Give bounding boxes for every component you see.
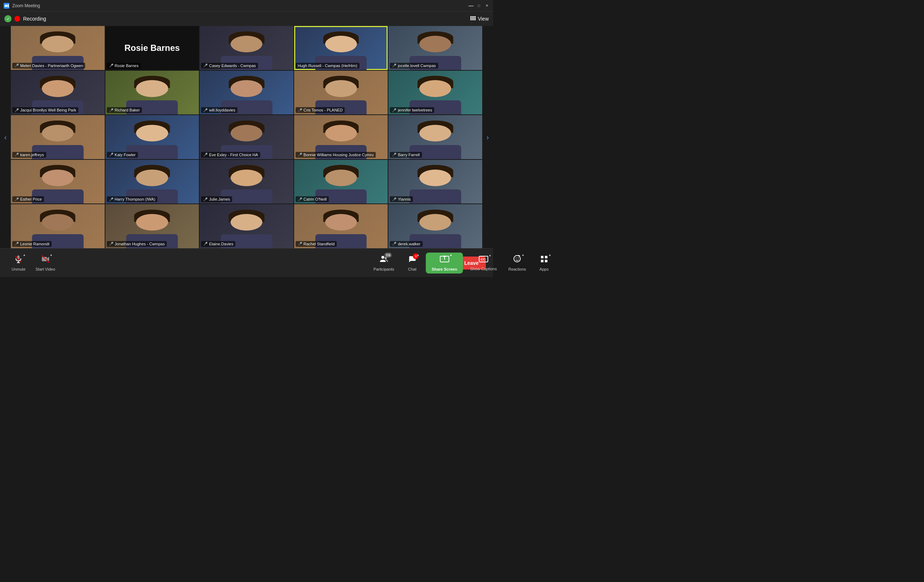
title-bar-left: Zoom Meeting — [3, 3, 40, 9]
participants-caret-icon[interactable]: ▲ — [388, 253, 391, 257]
chat-icon: 9 ▲ — [408, 255, 416, 265]
toolbar-left: ▲ Unmute ▲ Start Video — [7, 252, 59, 274]
video-cell-21: 🎤Leonie Ramondt — [11, 204, 105, 248]
participant-name-20: Yiannis — [398, 197, 411, 201]
face-shape — [325, 80, 356, 97]
participant-name-14: Bonnie Williams Housing Justice Cymru — [304, 153, 374, 157]
face-shape — [136, 214, 168, 231]
video-cell-6: 🎤Jacqui Bronllys Well Being Park — [11, 71, 105, 115]
participant-label-3: 🎤Casey Edwards - Cwmpas — [201, 63, 258, 69]
svg-rect-3 — [470, 16, 471, 17]
minimize-btn[interactable]: — — [469, 3, 474, 8]
video-cell-20: 🎤Yiannis — [388, 160, 482, 204]
face-shape — [231, 80, 262, 97]
recording-label: Recording — [23, 16, 46, 21]
share-screen-caret-icon[interactable]: ▲ — [449, 253, 452, 257]
participant-label-11: 🎤karen.jeffreys — [12, 152, 46, 158]
participant-name-8: will.lloyddavies — [209, 108, 235, 112]
recording-indicator: Recording — [4, 15, 46, 22]
face-shape — [419, 214, 451, 231]
mute-icon-3: 🎤 — [203, 64, 208, 68]
face-shape — [42, 170, 74, 186]
face-shape — [231, 36, 262, 52]
participant-name-25: derek.walker — [398, 242, 420, 246]
svg-rect-13 — [473, 19, 474, 20]
video-caret-icon[interactable]: ▲ — [50, 253, 53, 257]
participant-label-14: 🎤Bonnie Williams Housing Justice Cymru — [295, 152, 376, 158]
camera-off-icon: ▲ — [41, 255, 50, 265]
participant-name-12: Katy Fowler — [115, 153, 136, 157]
video-cell-22: 🎤Jonathan Hughes - Cwmpas — [106, 204, 199, 248]
participant-name-13: Eve Exley - First Choice HA — [209, 153, 258, 157]
prev-page-arrow[interactable]: ‹ — [0, 26, 11, 248]
mute-icon-15: 🎤 — [392, 153, 396, 157]
mute-icon-18: 🎤 — [203, 197, 208, 201]
svg-rect-4 — [472, 16, 473, 17]
unmute-button[interactable]: ▲ Unmute — [7, 252, 30, 274]
face-shape — [136, 80, 168, 97]
participant-name-3: Casey Edwards - Cwmpas — [209, 64, 256, 68]
close-btn[interactable]: ✕ — [484, 3, 489, 8]
video-cell-23: 🎤Elaine.Davies — [200, 204, 294, 248]
share-screen-button[interactable]: ▲ Share Screen — [426, 252, 463, 274]
participant-name-23: Elaine.Davies — [209, 242, 233, 246]
face-shape — [325, 36, 356, 52]
unmute-label: Unmute — [12, 267, 26, 271]
mute-icon-9: 🎤 — [298, 108, 302, 112]
video-cell-3: 🎤Casey Edwards - Cwmpas — [200, 26, 294, 70]
participant-label-18: 🎤Julie.James — [201, 196, 232, 202]
video-cell-11: 🎤karen.jeffreys — [11, 115, 105, 159]
chat-button[interactable]: 9 ▲ Chat — [401, 252, 423, 274]
view-button[interactable]: View — [470, 16, 489, 21]
start-video-button[interactable]: ▲ Start Video — [31, 252, 59, 274]
video-cell-16: 🎤Esther Price — [11, 160, 105, 204]
video-cell-5: 🎤jocelle.lovell Cwmpas — [388, 26, 482, 70]
video-cell-15: 🎤Barry Farrell — [388, 115, 482, 159]
maximize-btn[interactable]: □ — [477, 3, 482, 8]
participant-name-9: Cris Tomos - PLANED — [304, 108, 343, 112]
face-shape — [42, 80, 74, 97]
mute-icon-22: 🎤 — [109, 242, 113, 246]
participant-name-19: Catrin O'Neill — [304, 197, 327, 201]
participant-label-17: 🎤Harry Thompson (IWA) — [107, 196, 157, 202]
zoom-icon — [3, 3, 9, 9]
participant-label-1: 🎤Meleri Davies - Partneriaeth Ogwen — [12, 63, 85, 69]
participant-label-20: 🎤Yiannis — [390, 196, 413, 202]
participant-label-10: 🎤jennifer twelvetrees — [390, 107, 434, 113]
mute-icon-1: 🎤 — [15, 64, 19, 68]
recording-dot-icon — [15, 16, 20, 21]
face-shape — [231, 214, 262, 231]
participant-name-10: jennifer twelvetrees — [398, 108, 432, 112]
mute-icon-19: 🎤 — [298, 197, 302, 201]
captions-icon: CC ▲ — [478, 255, 488, 265]
share-screen-label: Share Screen — [432, 267, 457, 271]
mute-icon-25: 🎤 — [392, 242, 396, 246]
participants-icon: 80 ▲ — [380, 255, 388, 265]
unmute-caret-icon[interactable]: ▲ — [23, 253, 26, 257]
participant-name-17: Harry Thompson (IWA) — [115, 197, 155, 201]
next-page-arrow[interactable]: › — [482, 26, 493, 248]
mute-icon-2: 🎤 — [109, 64, 113, 68]
participant-label-5: 🎤jocelle.lovell Cwmpas — [390, 63, 438, 69]
face-shape — [42, 36, 74, 52]
top-bar: Recording View — [0, 12, 493, 26]
video-cell-12: 🎤Katy Fowler — [106, 115, 199, 159]
svg-rect-1 — [5, 5, 7, 7]
mute-icon-11: 🎤 — [15, 153, 19, 157]
captions-button[interactable]: CC ▲ Show Captions — [465, 253, 493, 273]
participants-button[interactable]: 80 ▲ Participants — [369, 252, 398, 274]
chat-caret-icon[interactable]: ▲ — [416, 253, 419, 257]
window-controls: — □ ✕ — [469, 3, 489, 8]
app-title: Zoom Meeting — [12, 3, 40, 8]
participant-label-8: 🎤will.lloyddavies — [201, 107, 238, 113]
face-shape — [231, 170, 262, 186]
mute-icon-12: 🎤 — [109, 153, 113, 157]
svg-rect-12 — [472, 19, 473, 20]
svg-rect-5 — [473, 16, 474, 17]
chat-label: Chat — [408, 267, 416, 271]
participant-name-2: Rosie Barnes — [115, 64, 139, 68]
video-cell-18: 🎤Julie.James — [200, 160, 294, 204]
captions-caret-icon[interactable]: ▲ — [489, 254, 492, 257]
face-shape — [325, 170, 356, 186]
participant-name-6: Jacqui Bronllys Well Being Park — [20, 108, 76, 112]
